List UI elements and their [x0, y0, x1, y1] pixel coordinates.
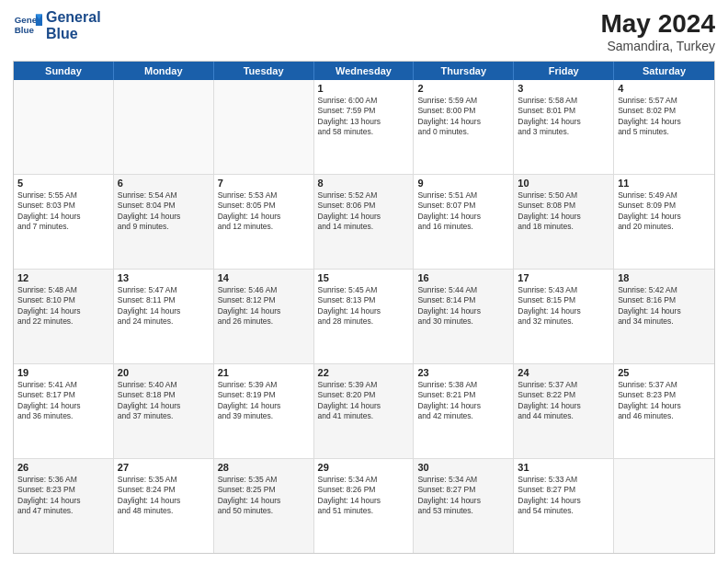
cell-content: Sunrise: 5:37 AMSunset: 8:23 PMDaylight:…	[618, 380, 711, 422]
calendar-cell	[114, 80, 214, 174]
calendar-cell: 7Sunrise: 5:53 AMSunset: 8:05 PMDaylight…	[214, 175, 314, 269]
day-number: 28	[218, 462, 310, 473]
calendar-cell: 14Sunrise: 5:46 AMSunset: 8:12 PMDayligh…	[214, 270, 314, 363]
calendar-cell: 13Sunrise: 5:47 AMSunset: 8:11 PMDayligh…	[114, 270, 214, 363]
day-number: 3	[518, 83, 609, 94]
calendar-cell: 11Sunrise: 5:49 AMSunset: 8:09 PMDayligh…	[614, 175, 714, 269]
calendar-row: 5Sunrise: 5:55 AMSunset: 8:03 PMDaylight…	[14, 175, 714, 270]
calendar-cell: 10Sunrise: 5:50 AMSunset: 8:08 PMDayligh…	[514, 175, 614, 269]
calendar-cell: 8Sunrise: 5:52 AMSunset: 8:06 PMDaylight…	[314, 175, 415, 269]
cell-content: Sunrise: 5:33 AMSunset: 8:27 PMDaylight:…	[518, 475, 609, 517]
calendar-body: 1Sunrise: 6:00 AMSunset: 7:59 PMDaylight…	[14, 80, 714, 553]
cell-content: Sunrise: 5:34 AMSunset: 8:26 PMDaylight:…	[318, 475, 410, 517]
title-block: May 2024 Samandira, Turkey	[600, 9, 715, 53]
calendar-cell: 20Sunrise: 5:40 AMSunset: 8:18 PMDayligh…	[114, 364, 214, 458]
cell-content: Sunrise: 5:38 AMSunset: 8:21 PMDaylight:…	[417, 380, 509, 422]
cell-content: Sunrise: 5:45 AMSunset: 8:13 PMDaylight:…	[318, 285, 410, 327]
header: General Blue General Blue May 2024 Saman…	[13, 9, 715, 53]
calendar-row: 19Sunrise: 5:41 AMSunset: 8:17 PMDayligh…	[14, 364, 714, 459]
day-number: 15	[318, 272, 410, 283]
cell-content: Sunrise: 5:35 AMSunset: 8:25 PMDaylight:…	[218, 475, 310, 517]
cell-content: Sunrise: 5:42 AMSunset: 8:16 PMDaylight:…	[618, 285, 711, 327]
calendar-cell	[614, 459, 714, 553]
header-day-wednesday: Wednesday	[314, 62, 415, 80]
day-number: 1	[318, 83, 410, 94]
calendar-cell: 19Sunrise: 5:41 AMSunset: 8:17 PMDayligh…	[14, 364, 114, 458]
day-number: 23	[417, 367, 509, 378]
header-day-monday: Monday	[114, 62, 214, 80]
subtitle: Samandira, Turkey	[600, 39, 715, 53]
logo: General Blue General Blue	[13, 9, 101, 41]
day-number: 13	[118, 272, 210, 283]
cell-content: Sunrise: 5:50 AMSunset: 8:08 PMDaylight:…	[518, 190, 609, 233]
day-number: 9	[417, 178, 509, 189]
calendar-cell: 24Sunrise: 5:37 AMSunset: 8:22 PMDayligh…	[514, 364, 614, 458]
day-number: 19	[17, 367, 109, 378]
cell-content: Sunrise: 5:47 AMSunset: 8:11 PMDaylight:…	[118, 285, 210, 327]
calendar-cell	[14, 80, 114, 174]
cell-content: Sunrise: 5:48 AMSunset: 8:10 PMDaylight:…	[17, 285, 109, 327]
cell-content: Sunrise: 5:39 AMSunset: 8:20 PMDaylight:…	[318, 380, 410, 422]
logo-icon: General Blue	[13, 11, 42, 40]
calendar-cell: 18Sunrise: 5:42 AMSunset: 8:16 PMDayligh…	[614, 270, 714, 363]
cell-content: Sunrise: 5:58 AMSunset: 8:01 PMDaylight:…	[518, 96, 609, 138]
day-number: 14	[218, 272, 310, 283]
calendar-row: 26Sunrise: 5:36 AMSunset: 8:23 PMDayligh…	[14, 459, 714, 553]
cell-content: Sunrise: 5:46 AMSunset: 8:12 PMDaylight:…	[218, 285, 310, 327]
main-title: May 2024	[600, 9, 715, 39]
calendar-cell: 16Sunrise: 5:44 AMSunset: 8:14 PMDayligh…	[414, 270, 514, 363]
page: General Blue General Blue May 2024 Saman…	[0, 0, 728, 563]
day-number: 25	[618, 367, 711, 378]
calendar-cell: 28Sunrise: 5:35 AMSunset: 8:25 PMDayligh…	[214, 459, 314, 553]
calendar-cell: 21Sunrise: 5:39 AMSunset: 8:19 PMDayligh…	[214, 364, 314, 458]
day-number: 4	[618, 83, 711, 94]
day-number: 17	[518, 272, 609, 283]
calendar-cell: 5Sunrise: 5:55 AMSunset: 8:03 PMDaylight…	[14, 175, 114, 269]
calendar-cell: 12Sunrise: 5:48 AMSunset: 8:10 PMDayligh…	[14, 270, 114, 363]
day-number: 6	[118, 178, 210, 189]
day-number: 26	[17, 462, 109, 473]
day-number: 12	[17, 272, 109, 283]
calendar-cell: 4Sunrise: 5:57 AMSunset: 8:02 PMDaylight…	[614, 80, 714, 174]
cell-content: Sunrise: 5:41 AMSunset: 8:17 PMDaylight:…	[17, 380, 109, 422]
calendar-cell: 17Sunrise: 5:43 AMSunset: 8:15 PMDayligh…	[514, 270, 614, 363]
calendar-row: 12Sunrise: 5:48 AMSunset: 8:10 PMDayligh…	[14, 270, 714, 364]
day-number: 16	[417, 272, 509, 283]
cell-content: Sunrise: 5:44 AMSunset: 8:14 PMDaylight:…	[417, 285, 509, 327]
day-number: 31	[518, 462, 609, 473]
day-number: 5	[17, 178, 109, 189]
day-number: 30	[417, 462, 509, 473]
calendar-cell: 29Sunrise: 5:34 AMSunset: 8:26 PMDayligh…	[314, 459, 415, 553]
header-day-saturday: Saturday	[614, 62, 714, 80]
cell-content: Sunrise: 5:52 AMSunset: 8:06 PMDaylight:…	[318, 190, 410, 233]
header-day-thursday: Thursday	[414, 62, 514, 80]
day-number: 21	[218, 367, 310, 378]
calendar-cell	[214, 80, 314, 174]
cell-content: Sunrise: 5:57 AMSunset: 8:02 PMDaylight:…	[618, 96, 711, 138]
calendar-cell: 2Sunrise: 5:59 AMSunset: 8:00 PMDaylight…	[414, 80, 514, 174]
day-number: 2	[417, 83, 509, 94]
calendar-cell: 9Sunrise: 5:51 AMSunset: 8:07 PMDaylight…	[414, 175, 514, 269]
calendar-cell: 1Sunrise: 6:00 AMSunset: 7:59 PMDaylight…	[314, 80, 415, 174]
cell-content: Sunrise: 5:51 AMSunset: 8:07 PMDaylight:…	[417, 190, 509, 233]
day-number: 10	[518, 178, 609, 189]
day-number: 18	[618, 272, 711, 283]
calendar: SundayMondayTuesdayWednesdayThursdayFrid…	[13, 61, 715, 554]
day-number: 20	[118, 367, 210, 378]
calendar-header: SundayMondayTuesdayWednesdayThursdayFrid…	[14, 62, 714, 80]
calendar-cell: 30Sunrise: 5:34 AMSunset: 8:27 PMDayligh…	[414, 459, 514, 553]
calendar-cell: 25Sunrise: 5:37 AMSunset: 8:23 PMDayligh…	[614, 364, 714, 458]
cell-content: Sunrise: 5:37 AMSunset: 8:22 PMDaylight:…	[518, 380, 609, 422]
calendar-cell: 31Sunrise: 5:33 AMSunset: 8:27 PMDayligh…	[514, 459, 614, 553]
cell-content: Sunrise: 5:36 AMSunset: 8:23 PMDaylight:…	[17, 475, 109, 517]
cell-content: Sunrise: 5:53 AMSunset: 8:05 PMDaylight:…	[218, 190, 310, 233]
day-number: 22	[318, 367, 410, 378]
day-number: 29	[318, 462, 410, 473]
calendar-row: 1Sunrise: 6:00 AMSunset: 7:59 PMDaylight…	[14, 80, 714, 175]
cell-content: Sunrise: 5:55 AMSunset: 8:03 PMDaylight:…	[17, 190, 109, 233]
cell-content: Sunrise: 5:54 AMSunset: 8:04 PMDaylight:…	[118, 190, 210, 233]
header-day-friday: Friday	[514, 62, 614, 80]
day-number: 8	[318, 178, 410, 189]
cell-content: Sunrise: 5:43 AMSunset: 8:15 PMDaylight:…	[518, 285, 609, 327]
calendar-cell: 23Sunrise: 5:38 AMSunset: 8:21 PMDayligh…	[414, 364, 514, 458]
